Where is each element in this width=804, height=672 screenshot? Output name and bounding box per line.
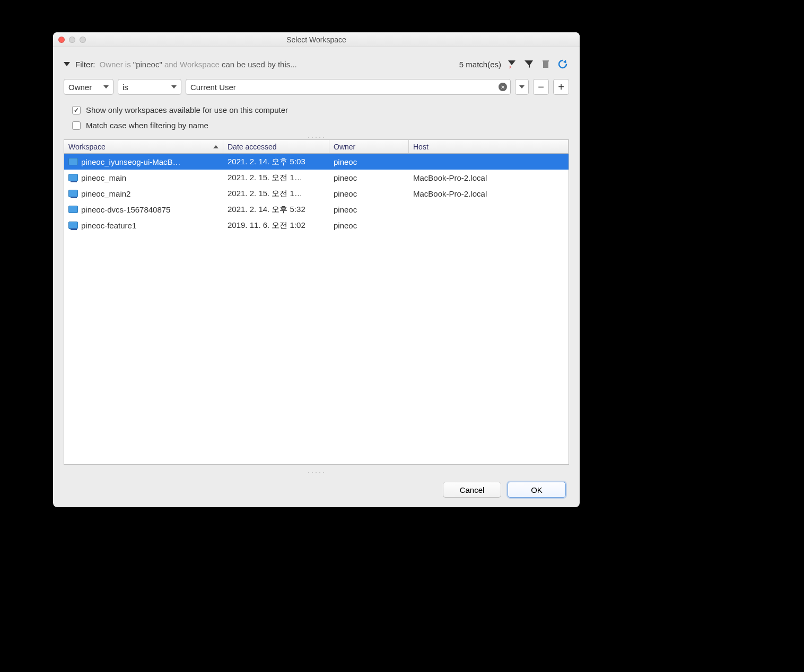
workspace-table: Workspace Date accessed Owner Host pineo… <box>64 139 569 465</box>
column-workspace[interactable]: Workspace <box>64 140 223 153</box>
workspace-icon <box>68 222 78 229</box>
filter-field-combo[interactable]: Owner <box>64 79 113 95</box>
cell-workspace: pineoc_iyunseog-ui-MacB… <box>64 157 223 166</box>
table-row[interactable]: pineoc_main2021. 2. 15. 오전 1…pineocMacBo… <box>64 170 569 185</box>
table-header: Workspace Date accessed Owner Host <box>64 140 569 154</box>
column-date[interactable]: Date accessed <box>223 140 329 153</box>
cell-workspace: pineoc_main <box>64 173 223 182</box>
workspace-icon <box>68 174 78 181</box>
show-only-checkbox[interactable] <box>72 106 81 114</box>
cell-date: 2021. 2. 14. 오후 5:03 <box>223 157 329 167</box>
table-row[interactable]: pineoc-feature12019. 11. 6. 오전 1:02pineo… <box>64 217 569 233</box>
cell-workspace: pineoc_main2 <box>64 189 223 198</box>
cell-host: MacBook-Pro-2.local <box>409 189 569 198</box>
dialog-window: Select Workspace Filter: Owner is "pineo… <box>53 32 580 507</box>
match-count: 5 match(es) <box>459 60 501 69</box>
cell-owner: pineoc <box>329 205 409 214</box>
cell-workspace: pineoc-dvcs-1567840875 <box>64 205 223 214</box>
workspace-icon <box>68 190 78 197</box>
table-body: pineoc_iyunseog-ui-MacB…2021. 2. 14. 오후 … <box>64 154 569 464</box>
filter-controls: Owner is Current User − + <box>64 79 569 95</box>
column-owner[interactable]: Owner <box>329 140 409 153</box>
chevron-down-icon <box>171 85 177 89</box>
ok-button[interactable]: OK <box>508 482 566 498</box>
close-window-button[interactable] <box>58 37 65 43</box>
refresh-icon[interactable] <box>556 58 569 70</box>
filter-value-dropdown[interactable] <box>515 79 529 95</box>
show-only-label: Show only workspaces available for use o… <box>86 105 288 114</box>
cell-owner: pineoc <box>329 221 409 230</box>
cell-host: MacBook-Pro-2.local <box>409 173 569 182</box>
filter-options: Show only workspaces available for use o… <box>64 105 569 130</box>
table-row[interactable]: pineoc-dvcs-15678408752021. 2. 14. 오후 5:… <box>64 201 569 217</box>
dialog-buttons: Cancel OK <box>64 474 569 501</box>
clear-input-icon[interactable] <box>499 83 507 91</box>
cell-date: 2021. 2. 15. 오전 1… <box>223 173 329 183</box>
match-case-checkbox-row: Match case when filtering by name <box>72 121 569 130</box>
filter-disclosure-toggle[interactable] <box>64 62 70 66</box>
svg-rect-1 <box>543 61 548 68</box>
cell-date: 2021. 2. 15. 오전 1… <box>223 189 329 199</box>
cell-owner: pineoc <box>329 173 409 182</box>
filter-icon[interactable] <box>522 58 535 70</box>
table-row[interactable]: pineoc_main22021. 2. 15. 오전 1…pineocMacB… <box>64 185 569 201</box>
workspace-icon <box>68 158 78 165</box>
filter-value-input[interactable]: Current User <box>186 79 511 95</box>
cell-owner: pineoc <box>329 157 409 166</box>
window-title: Select Workspace <box>53 36 580 44</box>
filter-operator-combo[interactable]: is <box>118 79 181 95</box>
filter-summary-row: Filter: Owner is "pineoc" and Workspace … <box>64 58 569 70</box>
clear-filter-icon[interactable]: x <box>505 58 518 70</box>
chevron-down-icon <box>519 85 525 89</box>
cell-workspace: pineoc-feature1 <box>64 221 223 230</box>
filter-description: Owner is "pineoc" and Workspace can be u… <box>100 60 297 69</box>
chevron-down-icon <box>103 85 109 89</box>
svg-rect-2 <box>543 60 549 61</box>
show-only-checkbox-row: Show only workspaces available for use o… <box>72 105 569 114</box>
add-filter-row-button[interactable]: + <box>553 79 569 95</box>
column-host[interactable]: Host <box>409 140 569 153</box>
remove-filter-row-button[interactable]: − <box>533 79 549 95</box>
zoom-window-button[interactable] <box>80 37 86 43</box>
trash-icon[interactable] <box>539 58 552 70</box>
cell-owner: pineoc <box>329 189 409 198</box>
svg-text:x: x <box>509 64 512 69</box>
dialog-content: Filter: Owner is "pineoc" and Workspace … <box>53 47 580 507</box>
cell-date: 2021. 2. 14. 오후 5:32 <box>223 205 329 215</box>
filter-label: Filter: <box>75 60 95 69</box>
cancel-button[interactable]: Cancel <box>443 482 501 498</box>
table-row[interactable]: pineoc_iyunseog-ui-MacB…2021. 2. 14. 오후 … <box>64 154 569 170</box>
workspace-icon <box>68 206 78 213</box>
cell-date: 2019. 11. 6. 오전 1:02 <box>223 220 329 231</box>
match-case-checkbox[interactable] <box>72 121 81 130</box>
match-case-label: Match case when filtering by name <box>86 121 208 130</box>
titlebar[interactable]: Select Workspace <box>53 32 580 47</box>
splitter-handle-bottom[interactable]: · · · · · <box>64 470 569 474</box>
minimize-window-button[interactable] <box>69 37 75 43</box>
splitter-handle[interactable]: · · · · · <box>64 135 569 139</box>
traffic-lights <box>53 37 86 43</box>
